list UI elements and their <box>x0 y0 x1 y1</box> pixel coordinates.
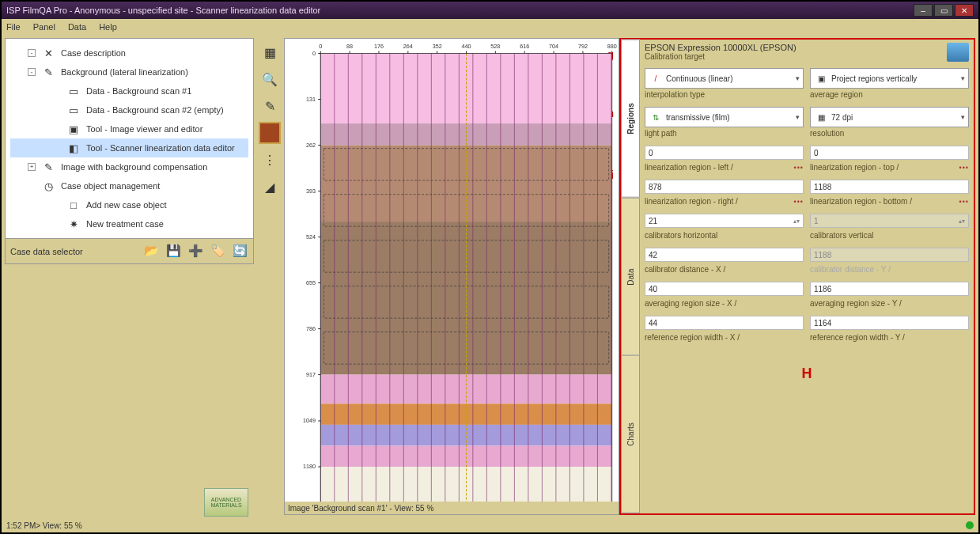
tree-item-label: Data - Background scan #2 (empty) <box>86 105 224 115</box>
tree-item-icon: ◷ <box>40 178 56 194</box>
window-controls: – ▭ ✕ <box>914 4 974 17</box>
svg-text:880: 880 <box>607 43 617 50</box>
tree-item-icon: □ <box>66 197 81 213</box>
properties-panel: Regions Data Charts EPSON Expression 100… <box>619 38 975 515</box>
ref-x-field[interactable]: 44 <box>645 316 804 330</box>
chevron-down-icon: ▾ <box>796 74 800 82</box>
scanner-icon <box>947 43 969 62</box>
grid-icon[interactable]: ▦ <box>259 41 281 63</box>
expander-icon[interactable]: + <box>28 163 36 171</box>
svg-text:704: 704 <box>549 43 558 50</box>
svg-text:262: 262 <box>306 142 316 149</box>
tree-item-label: Case description <box>61 48 126 58</box>
ref-y-field[interactable]: 1164 <box>810 316 969 330</box>
region-mode-select[interactable]: ▣ Project regions vertically ▾ <box>810 68 969 89</box>
calib-dy-field: 1188 <box>810 248 969 262</box>
chart-panel: g h i 0881762643524405286167047928800131… <box>284 38 619 515</box>
svg-text:131: 131 <box>306 96 316 103</box>
tree-item[interactable]: -✎Background (lateral linearization) <box>10 62 248 81</box>
tree-item[interactable]: -✕Case description <box>10 44 248 62</box>
statusbar: 1:52 PM> View: 55 % <box>2 518 978 532</box>
refresh-icon[interactable]: 🔄 <box>233 244 248 259</box>
vtab-charts[interactable]: Charts <box>621 355 640 513</box>
tree-item[interactable]: +✎Image with background compensation <box>10 157 248 176</box>
device-name: EPSON Expression 10000XL (EPSON) <box>645 43 796 52</box>
vtab-data[interactable]: Data <box>621 198 640 356</box>
tree-item[interactable]: ◷Case object management <box>10 176 248 195</box>
vertical-tabs: Regions Data Charts <box>621 40 640 513</box>
menu-help[interactable]: Help <box>99 22 117 32</box>
chevron-down-icon: ▾ <box>961 113 965 121</box>
zoom-icon[interactable]: 🔍 <box>259 68 281 90</box>
chevron-down-icon: ▾ <box>961 74 965 82</box>
calib-dx-field[interactable]: 42 <box>645 248 804 262</box>
expander-icon[interactable]: - <box>28 68 36 76</box>
expander-icon[interactable]: - <box>28 49 36 57</box>
lin-top-field[interactable]: 0 <box>810 146 969 160</box>
menu-data[interactable]: Data <box>68 22 86 32</box>
svg-text:524: 524 <box>306 233 316 240</box>
tree-item-label: New treatment case <box>86 219 164 229</box>
tree-item[interactable]: □Add new case object <box>10 195 248 214</box>
svg-text:917: 917 <box>306 371 316 378</box>
titlebar: ISP FilmQA Pro - Anonymous - unspecified… <box>2 2 978 19</box>
resolution-select[interactable]: ▦ 72 dpi ▾ <box>810 107 969 127</box>
line-icon: / <box>649 71 663 85</box>
lin-bottom-field[interactable]: 1188 <box>810 180 969 194</box>
tree-item[interactable]: ◧Tool - Scanner linearization data edito… <box>10 138 248 157</box>
calib-h-field[interactable]: 21▴▾ <box>645 214 804 228</box>
pencil-icon[interactable]: ✎ <box>259 95 281 117</box>
tree-item-icon: ▭ <box>66 102 81 118</box>
lin-left-field[interactable]: 0 <box>645 146 804 160</box>
vtab-regions[interactable]: Regions <box>621 40 640 198</box>
menu-file[interactable]: File <box>6 22 21 32</box>
case-tree-panel: -✕Case description-✎Background (lateral … <box>5 38 254 264</box>
avg-y-field[interactable]: 1186 <box>810 282 969 296</box>
avg-x-field[interactable]: 40 <box>645 282 804 296</box>
resolution-label: resolution <box>810 127 969 142</box>
svg-text:655: 655 <box>306 279 316 286</box>
svg-text:176: 176 <box>374 43 384 50</box>
svg-text:1049: 1049 <box>303 417 316 424</box>
frame-icon[interactable] <box>259 122 281 144</box>
prism-icon[interactable]: ◢ <box>259 176 281 198</box>
svg-text:0: 0 <box>319 43 322 50</box>
tree-item-icon: ▭ <box>66 83 81 99</box>
tree-item[interactable]: ✷New treatment case <box>10 214 248 233</box>
svg-text:393: 393 <box>306 187 316 195</box>
lin-right-field[interactable]: 878 <box>645 180 804 194</box>
min-button[interactable]: – <box>914 4 933 17</box>
tree-item-icon: ✎ <box>40 64 56 80</box>
tree-item-label: Tool - Scanner linearization data editor <box>86 143 235 153</box>
svg-text:786: 786 <box>306 325 316 332</box>
calib-v-field[interactable]: 1▴▾ <box>810 214 969 228</box>
add-icon[interactable]: ➕ <box>188 244 204 259</box>
open-icon[interactable]: 📂 <box>144 244 160 259</box>
tag-icon[interactable]: 🏷️ <box>210 244 226 259</box>
vendor-logo: ADVANCED MATERIALS <box>204 488 248 517</box>
viewer-toolbar: ▦ 🔍 ✎ ⋮ ◢ <box>257 38 284 515</box>
dpi-icon: ▦ <box>814 110 828 124</box>
tree-item[interactable]: ▭Data - Background scan #2 (empty) <box>10 100 248 119</box>
close-button[interactable]: ✕ <box>955 4 974 17</box>
max-button[interactable]: ▭ <box>934 4 953 17</box>
rgb-dots-icon[interactable]: ⋮ <box>259 149 281 171</box>
project-icon: ▣ <box>814 71 828 85</box>
svg-text:0: 0 <box>312 50 316 57</box>
tree-item[interactable]: ▭Data - Background scan #1 <box>10 81 248 100</box>
tree-item[interactable]: ▣Tool - Image viewer and editor <box>10 119 248 138</box>
tree-item-label: Case object management <box>61 181 160 191</box>
save-icon[interactable]: 💾 <box>166 244 182 259</box>
svg-text:88: 88 <box>346 43 353 50</box>
chart-canvas[interactable]: g h i 0881762643524405286167047928800131… <box>285 39 619 502</box>
svg-text:616: 616 <box>520 43 529 50</box>
arrows-icon: ⇅ <box>649 110 663 124</box>
interpolation-select[interactable]: / Continuous (linear) ▾ <box>645 68 804 89</box>
light-path-select[interactable]: ⇅ transmissive (film) ▾ <box>645 107 804 127</box>
tree-item-label: Tool - Image viewer and editor <box>86 124 202 134</box>
menu-panel[interactable]: Panel <box>33 22 55 32</box>
menubar: File Panel Data Help <box>2 19 978 35</box>
tree-item-icon: ✕ <box>40 45 56 61</box>
svg-text:792: 792 <box>578 43 588 50</box>
device-sublabel: Calibration target <box>645 52 796 61</box>
